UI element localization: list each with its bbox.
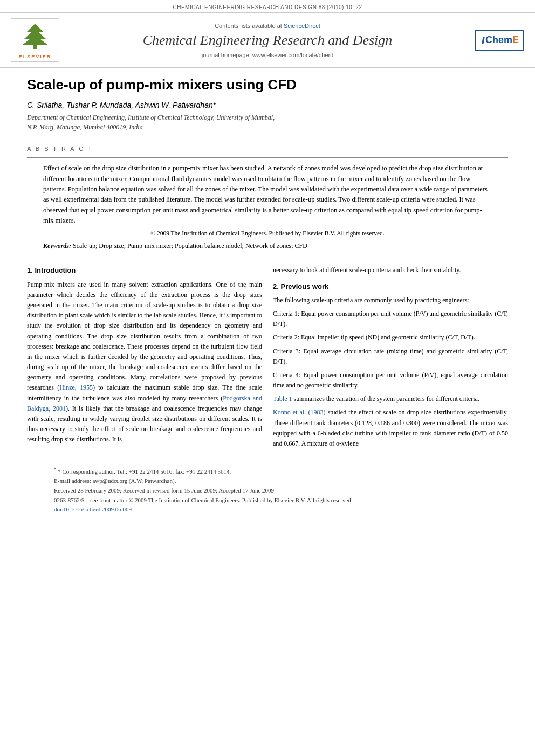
criteria-3: Criteria 3: Equal average circulation ra… xyxy=(273,346,508,367)
criteria-1: Criteria 1: Equal power consumption per … xyxy=(273,309,508,329)
abstract-text: Effect of scale on the drop size distrib… xyxy=(43,163,492,226)
podgorska-ref[interactable]: Podgorska and Baldyga, 2001 xyxy=(27,394,262,412)
authors: C. Srilatha, Tushar P. Mundada, Ashwin W… xyxy=(27,101,508,109)
abstract-section: A B S T R A C T Effect of scale on the d… xyxy=(27,145,508,256)
affiliation: Department of Chemical Engineering, Inst… xyxy=(27,113,508,132)
abstract-label: A B S T R A C T xyxy=(27,145,508,152)
article-title: Scale-up of pump-mix mixers using CFD xyxy=(27,77,508,93)
citation-text: CHEMICAL ENGINEERING RESEARCH AND DESIGN… xyxy=(173,4,362,10)
left-column: 1. Introduction Pump-mix mixers are used… xyxy=(27,265,262,452)
icheme-logo: I Chem E xyxy=(476,30,524,51)
svg-marker-3 xyxy=(23,35,47,45)
two-column-body: 1. Introduction Pump-mix mixers are used… xyxy=(27,265,508,452)
criteria-2: Criteria 2: Equal impeller tip speed (ND… xyxy=(273,332,508,343)
copyright: © 2009 The Institution of Chemical Engin… xyxy=(43,230,492,237)
elsevier-tree-icon xyxy=(16,21,54,51)
criteria-4: Criteria 4: Equal power consumption per … xyxy=(273,370,508,391)
divider xyxy=(27,140,508,140)
right-column: necessary to look at different scale-up … xyxy=(273,265,508,452)
footer-note-1: * * Corresponding author. Tel.: +91 22 2… xyxy=(54,466,481,476)
abstract-top-line xyxy=(27,157,508,158)
footer-note-3: Received 28 February 2009; Received in r… xyxy=(54,486,481,496)
section1-para1: Pump-mix mixers are used in many solvent… xyxy=(27,280,262,445)
keywords: Keywords: Scale-up; Drop size; Pump-mix … xyxy=(43,241,492,251)
article-content: Scale-up of pump-mix mixers using CFD C.… xyxy=(0,68,535,525)
contents-available: Contents lists available at ScienceDirec… xyxy=(68,23,467,29)
footer-note-4: 0263-8762/$ – see front matter © 2009 Th… xyxy=(54,496,481,505)
section1-continued: necessary to look at different scale-up … xyxy=(273,265,508,275)
journal-name: Chemical Engineering Research and Design xyxy=(68,32,467,48)
section2-heading: 2. Previous work xyxy=(273,281,508,292)
journal-header: ELSEVIER Contents lists available at Sci… xyxy=(0,12,535,68)
sciencedirect-link[interactable]: ScienceDirect xyxy=(284,23,320,29)
hinze-ref[interactable]: Hinze, 1955 xyxy=(59,384,93,391)
page: CHEMICAL ENGINEERING RESEARCH AND DESIGN… xyxy=(0,0,535,756)
section1-heading: 1. Introduction xyxy=(27,265,262,276)
abstract-bottom-line xyxy=(27,256,508,256)
footer-note-2: E-mail address: awp@udct.org (A.W. Patwa… xyxy=(54,476,481,486)
journal-homepage: journal homepage: www.elsevier.com/locat… xyxy=(68,52,467,58)
journal-citation: CHEMICAL ENGINEERING RESEARCH AND DESIGN… xyxy=(0,0,535,12)
elsevier-wordmark: ELSEVIER xyxy=(13,54,57,59)
table1-link[interactable]: Table 1 xyxy=(273,395,292,403)
konno-ref[interactable]: Konno et al. (1983) xyxy=(273,408,325,416)
konno-para: Konno et al. (1983) studied the effect o… xyxy=(273,407,508,449)
table-ref-text: Table 1 summarizes the variation of the … xyxy=(273,394,508,404)
journal-title-block: Contents lists available at ScienceDirec… xyxy=(68,23,467,58)
doi-link[interactable]: doi:10.1016/j.cherd.2009.06.009 xyxy=(54,506,132,512)
elsevier-logo: ELSEVIER xyxy=(11,18,59,62)
footer: * * Corresponding author. Tel.: +91 22 2… xyxy=(54,461,481,515)
section2-intro: The following scale-up criteria are comm… xyxy=(273,295,508,306)
footer-note-5: doi:10.1016/j.cherd.2009.06.009 xyxy=(54,505,481,515)
